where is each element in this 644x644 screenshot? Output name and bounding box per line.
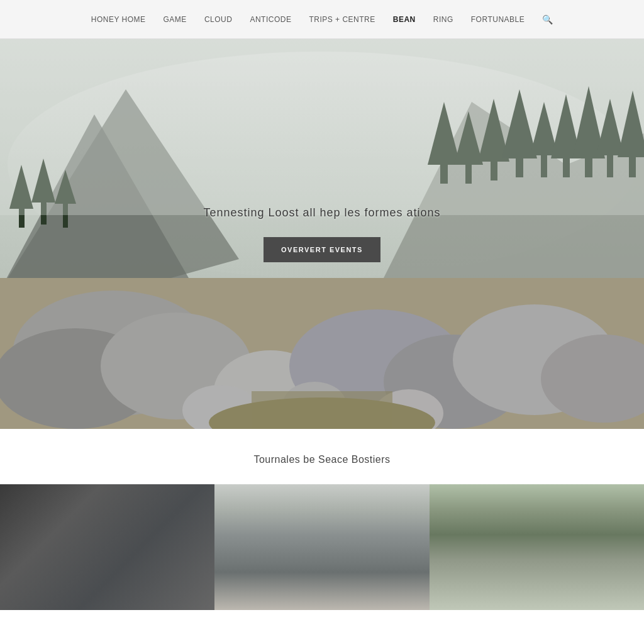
svg-rect-42: [252, 391, 392, 429]
nav-item-bean[interactable]: BEAN: [393, 15, 416, 24]
gallery-item-1[interactable]: [0, 484, 214, 610]
nav-item-ring[interactable]: RING: [433, 15, 453, 24]
hero-cta-button[interactable]: OVERVERT EVENTS: [264, 237, 380, 262]
gallery-image-2: [214, 484, 429, 610]
nav-item-fortunable[interactable]: FORTUNABLE: [471, 15, 525, 24]
nav-item-anticode[interactable]: ANTICODE: [250, 15, 291, 24]
nav-item-game[interactable]: GAME: [164, 15, 187, 24]
gallery-grid: [0, 484, 644, 610]
nav-item-honey-home[interactable]: HONEY HOME: [91, 15, 146, 24]
site-header: HONEY HOME GAME CLOUD ANTICODE TRIPS + C…: [0, 0, 644, 39]
svg-rect-43: [0, 39, 644, 215]
gallery-item-3[interactable]: [430, 484, 644, 610]
hero-section: Tennesting Loost all hep les formes atio…: [0, 39, 644, 429]
gallery-image-3: [430, 484, 644, 610]
gallery-image-1: [0, 484, 214, 610]
search-icon[interactable]: 🔍: [542, 14, 553, 25]
gallery-item-2[interactable]: [214, 484, 429, 610]
nav-item-cloud[interactable]: CLOUD: [204, 15, 233, 24]
hero-content: Tennesting Loost all hep les formes atio…: [203, 206, 440, 262]
hero-title: Tennesting Loost all hep les formes atio…: [203, 206, 440, 219]
gallery-section-title: Tournales be Seace Bostiers: [13, 454, 631, 465]
main-nav: HONEY HOME GAME CLOUD ANTICODE TRIPS + C…: [91, 14, 553, 25]
nav-item-trips[interactable]: TRIPS + CENTRE: [309, 15, 375, 24]
section-title-wrap: Tournales be Seace Bostiers: [0, 429, 644, 484]
